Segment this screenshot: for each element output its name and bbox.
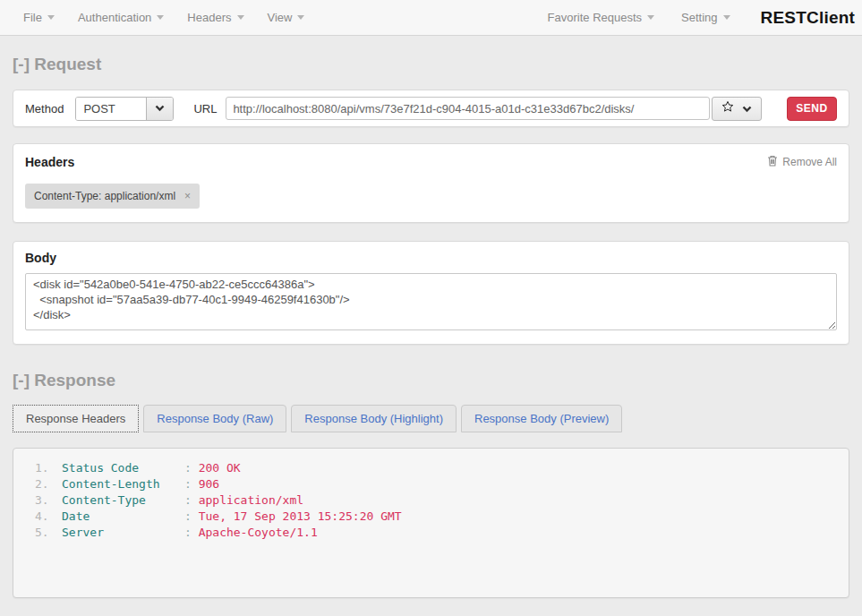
tab-response-body-raw[interactable]: Response Body (Raw)	[143, 405, 286, 432]
headers-title: Headers	[25, 155, 74, 169]
menu-setting-label: Setting	[681, 11, 717, 24]
header-name: Content-Length	[62, 476, 184, 492]
send-button[interactable]: SEND	[787, 97, 837, 121]
favorite-url-dropdown[interactable]	[712, 97, 762, 121]
menu-view[interactable]: View	[268, 11, 305, 24]
header-value: application/xml	[199, 493, 303, 507]
caret-down-icon	[647, 15, 654, 20]
header-value: 200 OK	[199, 461, 241, 475]
remove-all-button[interactable]: Remove All	[767, 155, 837, 169]
header-separator: :	[184, 477, 199, 491]
header-chip-row: Content-Type: application/xml ×	[25, 184, 837, 209]
chevron-down-icon	[742, 100, 752, 116]
header-separator: :	[184, 493, 199, 507]
menu-favorite-requests-label: Favorite Requests	[548, 11, 643, 24]
main-content: [-] Request Method POST URL SEND Headers	[0, 55, 862, 598]
method-select[interactable]: POST	[75, 97, 174, 121]
menu-setting[interactable]: Setting	[681, 11, 730, 24]
menu-authentication[interactable]: Authentication	[78, 11, 164, 24]
response-header-row: 3.Content-Type: application/xml	[13, 492, 849, 509]
remove-all-label: Remove All	[782, 156, 837, 168]
header-value: Apache-Coyote/1.1	[199, 526, 318, 539]
caret-down-icon	[47, 15, 55, 20]
menu-favorite-requests[interactable]: Favorite Requests	[548, 11, 655, 24]
request-headers-panel: Headers Remove All Content-Type: applica…	[13, 143, 849, 223]
line-number: 1.	[35, 460, 62, 476]
caret-down-icon	[237, 15, 244, 20]
close-icon[interactable]: ×	[184, 190, 191, 202]
response-header-row: 1.Status Code: 200 OK	[13, 460, 849, 476]
caret-down-icon	[297, 15, 304, 20]
menu-view-label: View	[268, 11, 293, 24]
line-number: 2.	[35, 476, 62, 492]
headers-panel-head: Headers Remove All	[25, 155, 837, 169]
request-section-title[interactable]: [-] Request	[13, 55, 849, 74]
header-value: 906	[199, 477, 219, 491]
request-body-textarea[interactable]: <disk id="542a0be0-541e-4750-ab22-ce5ccc…	[25, 273, 837, 330]
chevron-down-icon[interactable]	[146, 98, 173, 120]
tab-response-headers[interactable]: Response Headers	[13, 405, 139, 432]
header-separator: :	[184, 526, 199, 539]
url-input[interactable]	[226, 97, 710, 120]
menu-file-label: File	[23, 11, 42, 24]
url-label: URL	[193, 102, 217, 116]
response-tabs: Response Headers Response Body (Raw) Res…	[13, 405, 849, 432]
caret-down-icon	[157, 15, 164, 20]
header-name: Server	[62, 525, 184, 541]
menu-authentication-label: Authentication	[78, 11, 151, 24]
request-line-panel: Method POST URL SEND	[13, 90, 849, 127]
header-separator: :	[184, 461, 199, 475]
response-header-row: 2.Content-Length: 906	[13, 476, 849, 492]
top-navbar: File Authentication Headers View Favorit…	[0, 0, 862, 36]
menu-headers[interactable]: Headers	[187, 11, 243, 24]
response-header-row: 5.Server: Apache-Coyote/1.1	[13, 525, 849, 541]
menu-file[interactable]: File	[23, 11, 55, 24]
body-title: Body	[25, 251, 837, 265]
caret-down-icon	[723, 15, 730, 20]
app-logo: RESTClient	[761, 8, 855, 28]
star-icon	[721, 100, 734, 116]
method-label: Method	[25, 102, 64, 116]
header-name: Status Code	[62, 460, 184, 476]
response-headers-panel: 1.Status Code: 200 OK 2.Content-Length: …	[13, 448, 849, 598]
header-chip-text: Content-Type: application/xml	[34, 190, 175, 202]
header-separator: :	[184, 509, 199, 523]
tab-response-body-highlight[interactable]: Response Body (Highlight)	[291, 405, 457, 432]
trash-icon	[767, 155, 778, 169]
menu-headers-label: Headers	[187, 11, 231, 24]
line-number: 5.	[35, 525, 62, 541]
request-body-panel: Body <disk id="542a0be0-541e-4750-ab22-c…	[13, 241, 849, 345]
response-header-row: 4.Date: Tue, 17 Sep 2013 15:25:20 GMT	[13, 509, 849, 525]
response-section-title[interactable]: [-] Response	[13, 371, 849, 390]
header-chip[interactable]: Content-Type: application/xml ×	[25, 184, 200, 209]
line-number: 4.	[35, 509, 62, 525]
line-number: 3.	[35, 492, 62, 509]
header-name: Content-Type	[62, 492, 184, 509]
header-value: Tue, 17 Sep 2013 15:25:20 GMT	[199, 509, 402, 523]
tab-response-body-preview[interactable]: Response Body (Preview)	[461, 405, 622, 432]
method-select-value: POST	[76, 98, 146, 120]
header-name: Date	[62, 509, 184, 525]
